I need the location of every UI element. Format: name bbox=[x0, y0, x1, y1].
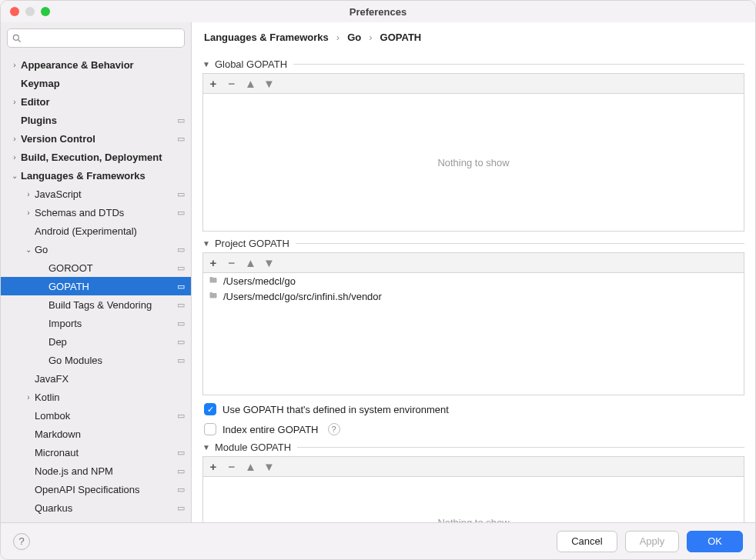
chevron-right-icon: › bbox=[24, 393, 33, 402]
move-up-button[interactable]: ▲ bbox=[245, 461, 256, 472]
tree-item[interactable]: GOPATH▭ bbox=[1, 277, 191, 295]
path-text: /Users/medcl/go/src/infini.sh/vendor bbox=[223, 291, 382, 302]
tree-item[interactable]: ›JavaScript▭ bbox=[1, 185, 191, 203]
section-title: Global GOPATH bbox=[215, 58, 287, 70]
index-entire-gopath-label: Index entire GOPATH bbox=[222, 424, 319, 435]
tree-item-label: OpenAPI Specifications bbox=[35, 484, 177, 495]
sidebar: ›Appearance & BehaviorKeymap›EditorPlugi… bbox=[1, 22, 192, 522]
section-header-project[interactable]: ▼ Project GOPATH bbox=[202, 238, 744, 249]
tree-item-label: Imports bbox=[49, 318, 177, 329]
breadcrumb-item[interactable]: Languages & Frameworks bbox=[204, 32, 329, 43]
chevron-right-icon: › bbox=[10, 135, 19, 143]
main-panel: Languages & Frameworks › Go › GOPATH ▼ G… bbox=[192, 22, 755, 522]
project-scope-icon: ▭ bbox=[177, 355, 185, 365]
chevron-right-icon: › bbox=[10, 98, 19, 106]
tree-item[interactable]: Imports▭ bbox=[1, 314, 191, 332]
move-down-button[interactable]: ▼ bbox=[263, 78, 274, 89]
move-up-button[interactable]: ▲ bbox=[245, 257, 256, 268]
move-down-button[interactable]: ▼ bbox=[263, 461, 274, 472]
tree-item-label: Micronaut bbox=[35, 447, 177, 458]
folder-icon bbox=[208, 275, 219, 287]
tree-item-label: Go bbox=[35, 244, 177, 255]
chevron-right-icon: › bbox=[369, 32, 372, 43]
tree-item[interactable]: ⌄Go▭ bbox=[1, 240, 191, 258]
project-scope-icon: ▭ bbox=[177, 448, 185, 458]
chevron-down-icon: ▼ bbox=[202, 239, 210, 248]
titlebar: Preferences bbox=[1, 1, 755, 22]
project-scope-icon: ▭ bbox=[177, 115, 185, 125]
tree-item-label: Plugins bbox=[21, 115, 177, 126]
breadcrumb-item: GOPATH bbox=[380, 32, 422, 43]
tree-item[interactable]: GOROOT▭ bbox=[1, 258, 191, 277]
tree-item[interactable]: Keymap bbox=[1, 74, 191, 92]
project-scope-icon: ▭ bbox=[177, 245, 185, 255]
tree-item[interactable]: ›Build, Execution, Deployment bbox=[1, 148, 191, 166]
chevron-right-icon: › bbox=[10, 61, 19, 69]
settings-tree[interactable]: ›Appearance & BehaviorKeymap›EditorPlugi… bbox=[1, 54, 191, 522]
global-gopath-list[interactable]: Nothing to show bbox=[202, 93, 744, 232]
empty-placeholder: Nothing to show bbox=[437, 157, 509, 168]
tree-item[interactable]: Build Tags & Vendoring▭ bbox=[1, 295, 191, 314]
section-header-module[interactable]: ▼ Module GOPATH bbox=[202, 442, 744, 453]
tree-item-label: Build, Execution, Deployment bbox=[21, 152, 185, 163]
module-gopath-list[interactable]: Nothing to show bbox=[202, 476, 744, 522]
help-button[interactable]: ? bbox=[13, 533, 30, 550]
tree-item-label: Appearance & Behavior bbox=[21, 59, 185, 71]
chevron-right-icon: › bbox=[336, 32, 340, 43]
path-row[interactable]: /Users/medcl/go bbox=[203, 273, 744, 288]
tree-item[interactable]: Markdown bbox=[1, 425, 191, 443]
path-row[interactable]: /Users/medcl/go/src/infini.sh/vendor bbox=[203, 288, 744, 304]
tree-item-label: Lombok bbox=[35, 410, 177, 422]
tree-item[interactable]: ›Schemas and DTDs▭ bbox=[1, 203, 191, 222]
tree-item[interactable]: ⌄Languages & Frameworks bbox=[1, 166, 191, 185]
remove-button[interactable]: − bbox=[226, 257, 237, 268]
tree-item-label: Languages & Frameworks bbox=[21, 170, 185, 182]
tree-item[interactable]: JavaFX bbox=[1, 369, 191, 388]
move-down-button[interactable]: ▼ bbox=[263, 257, 274, 268]
tree-item[interactable]: Plugins▭ bbox=[1, 111, 191, 129]
add-button[interactable]: + bbox=[208, 257, 219, 268]
add-button[interactable]: + bbox=[208, 461, 219, 472]
tree-item-label: GOROOT bbox=[49, 262, 177, 274]
tree-item[interactable]: Lombok▭ bbox=[1, 406, 191, 425]
tree-item[interactable]: ›Kotlin bbox=[1, 388, 191, 406]
tree-item-label: Keymap bbox=[21, 78, 185, 89]
chevron-down-icon: ▼ bbox=[202, 443, 210, 452]
move-up-button[interactable]: ▲ bbox=[245, 78, 256, 89]
tree-item-label: Schemas and DTDs bbox=[35, 207, 177, 218]
chevron-right-icon: › bbox=[10, 153, 19, 162]
tree-item[interactable]: Node.js and NPM▭ bbox=[1, 462, 191, 480]
remove-button[interactable]: − bbox=[226, 78, 237, 89]
tree-item[interactable]: Micronaut▭ bbox=[1, 443, 191, 462]
cancel-button[interactable]: Cancel bbox=[557, 531, 617, 552]
tree-item-label: Android (Experimental) bbox=[35, 225, 185, 237]
project-gopath-list[interactable]: /Users/medcl/go/Users/medcl/go/src/infin… bbox=[202, 272, 744, 395]
tree-item[interactable]: ›Appearance & Behavior bbox=[1, 55, 191, 74]
use-system-gopath-checkbox[interactable]: ✓ bbox=[204, 403, 216, 415]
section-header-global[interactable]: ▼ Global GOPATH bbox=[202, 58, 744, 70]
tree-item[interactable]: OpenAPI Specifications▭ bbox=[1, 480, 191, 498]
breadcrumb-item[interactable]: Go bbox=[347, 32, 361, 43]
project-scope-icon: ▭ bbox=[177, 485, 185, 495]
project-scope-icon: ▭ bbox=[177, 503, 185, 513]
tree-item[interactable]: ›Version Control▭ bbox=[1, 129, 191, 148]
help-icon[interactable]: ? bbox=[328, 423, 340, 435]
tree-item[interactable]: Dep▭ bbox=[1, 332, 191, 351]
ok-button[interactable]: OK bbox=[687, 531, 743, 552]
index-entire-gopath-checkbox[interactable] bbox=[204, 423, 216, 435]
tree-item[interactable]: Android (Experimental) bbox=[1, 222, 191, 240]
window-title: Preferences bbox=[1, 6, 755, 18]
tree-item[interactable]: Reactive Streams▭ bbox=[1, 517, 191, 522]
tree-item-label: GOPATH bbox=[49, 281, 177, 292]
tree-item[interactable]: ›Editor bbox=[1, 92, 191, 111]
tree-item[interactable]: Go Modules▭ bbox=[1, 351, 191, 369]
add-button[interactable]: + bbox=[208, 78, 219, 89]
empty-placeholder: Nothing to show bbox=[437, 517, 509, 523]
breadcrumb: Languages & Frameworks › Go › GOPATH bbox=[192, 22, 755, 49]
search-input[interactable] bbox=[7, 28, 185, 48]
project-scope-icon: ▭ bbox=[177, 189, 185, 199]
tree-item-label: Go Modules bbox=[49, 355, 177, 366]
tree-item[interactable]: Quarkus▭ bbox=[1, 498, 191, 517]
tree-item-label: Editor bbox=[21, 96, 185, 108]
remove-button[interactable]: − bbox=[226, 461, 237, 472]
